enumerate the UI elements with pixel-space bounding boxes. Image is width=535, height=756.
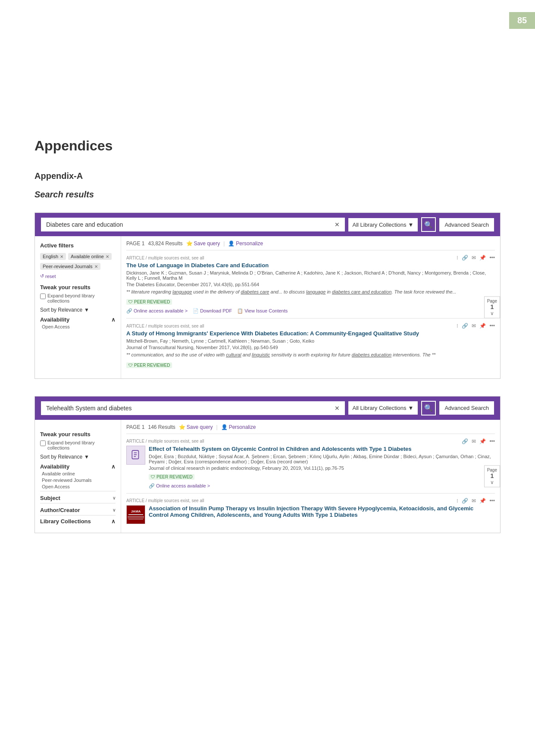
bookmark-icon-2-1[interactable]: 📌	[479, 438, 486, 444]
cite-icon-1-2[interactable]: ⁝	[457, 323, 458, 329]
bookmark-icon-1-2[interactable]: 📌	[479, 323, 486, 329]
results-count-2: 146 Results	[148, 424, 175, 430]
article-title-2-1[interactable]: Effect of Telehealth System on Glycemic …	[149, 446, 495, 452]
email-icon-2-2[interactable]: ✉	[472, 498, 476, 504]
shield-icon-1-2: 🛡	[128, 363, 133, 368]
save-query-btn-1[interactable]: ⭐ Save query	[186, 241, 220, 247]
article-meta-2-1: ARTICLE / multiple sources exist, see al…	[126, 438, 495, 444]
search-input-1[interactable]: Diabetes care and education ✕	[41, 218, 345, 231]
bookmark-icon-2-2[interactable]: 📌	[479, 498, 486, 504]
personalize-btn-1[interactable]: 👤 Personalize	[228, 241, 263, 247]
search-results-heading: Search results	[34, 190, 501, 200]
availability-label-1: Availability	[40, 316, 69, 323]
person-icon: 👤	[228, 241, 235, 247]
page-nav-down-2[interactable]: ∨	[487, 479, 497, 485]
sort-label-1: Sort by Relevance	[40, 307, 82, 313]
author-label-2: Author/Creator	[40, 507, 80, 513]
online-access-link-1-1[interactable]: 🔗 Online access available >	[126, 308, 188, 314]
link-icon-1-2[interactable]: 🔗	[462, 323, 468, 329]
advanced-search-1[interactable]: Advanced Search	[439, 218, 494, 231]
article-journal-1-1: The Diabetes Educator, December 2017, Vo…	[126, 282, 495, 287]
view-issue-link-1-1[interactable]: 📋 View Issue Contents	[237, 308, 288, 314]
cite-icon-2-2[interactable]: ⁝	[457, 498, 458, 504]
chevron-down-icon-2: ▼	[408, 405, 414, 411]
article-snippet-1-2: ** communication, and so the use of vide…	[126, 352, 495, 358]
peer-reviewed-label-1-1: PEER REVIEWED	[134, 300, 170, 304]
remove-filter-peer[interactable]: ✕	[94, 264, 98, 269]
clear-search-1[interactable]: ✕	[335, 221, 340, 228]
cite-icon-1-1[interactable]: ⁝	[457, 255, 458, 261]
avail-open-2[interactable]: Open Access	[40, 484, 116, 489]
page-nav-1-num[interactable]: 1	[487, 303, 497, 310]
personalize-label-2: Personalize	[229, 424, 256, 430]
avail-open-access-1[interactable]: Open Access	[40, 324, 116, 329]
author-section-2[interactable]: Author/Creator ∨	[40, 507, 116, 513]
jama-thumbnail-2-2: JAMA	[126, 505, 145, 524]
email-icon-2-1[interactable]: ✉	[472, 438, 476, 444]
expand-label-1: Expand beyond library collections	[47, 293, 116, 303]
expand-checkbox-1[interactable]: Expand beyond library collections	[40, 293, 116, 303]
email-icon-1-1[interactable]: ✉	[472, 255, 476, 261]
email-icon-1-2[interactable]: ✉	[472, 323, 476, 329]
article-type-2-2: ARTICLE / multiple sources exist, see al…	[126, 498, 204, 503]
article-title-1-1[interactable]: The Use of Language in Diabetes Care and…	[126, 262, 495, 269]
avail-online-2[interactable]: Available online	[40, 471, 116, 476]
link-icon-1-1[interactable]: 🔗	[462, 255, 468, 261]
filter-available-online[interactable]: Available online ✕	[68, 253, 112, 260]
page-label-1: PAGE 1	[126, 241, 144, 247]
collection-dropdown-2[interactable]: All Library Collections ▼	[348, 401, 418, 415]
page-nav-down-1[interactable]: ∨	[487, 310, 497, 316]
bookmark-icon-1-1[interactable]: 📌	[479, 255, 486, 261]
download-pdf-link-1-1[interactable]: 📄 Download PDF	[193, 308, 232, 314]
personalize-btn-2[interactable]: 👤 Personalize	[221, 424, 256, 430]
availability-chevron-icon-2: ∧	[111, 463, 116, 470]
save-query-btn-2[interactable]: ⭐ Save query	[179, 424, 213, 430]
advanced-search-2[interactable]: Advanced Search	[439, 401, 494, 415]
library-collections-section[interactable]: Library Collections ∧	[40, 518, 116, 525]
search-input-2[interactable]: Telehealth System and diabetes ✕	[41, 401, 345, 415]
article-content-2-1: Effect of Telehealth System on Glycemic …	[149, 446, 495, 489]
expand-checkbox-input-2[interactable]	[40, 440, 46, 446]
sort-row-2[interactable]: Sort by Relevance ▼	[40, 454, 116, 460]
save-icon: ⭐	[186, 241, 193, 247]
article-meta-1-2: ARTICLE / multiple sources exist, see al…	[126, 323, 495, 329]
availability-section-1[interactable]: Availability ∧	[40, 316, 116, 323]
collection-dropdown-1[interactable]: All Library Collections ▼	[348, 218, 418, 231]
page-nav-2-num[interactable]: 1	[487, 472, 497, 479]
article-item-2-1: ARTICLE / multiple sources exist, see al…	[126, 434, 495, 493]
link-icon-2-1[interactable]: 🔗	[462, 438, 468, 444]
subject-section-2[interactable]: Subject ∨	[40, 495, 116, 501]
right-panel-1: PAGE 1 43,824 Results ⭐ Save query | 👤 P…	[121, 236, 500, 378]
page-label-2: PAGE 1	[126, 424, 144, 430]
article-meta-1-1: ARTICLE / multiple sources exist, see al…	[126, 255, 495, 261]
article-item-1-2: ARTICLE / multiple sources exist, see al…	[126, 318, 495, 374]
filter-english-label: English	[43, 254, 58, 259]
search-button-1[interactable]: 🔍	[421, 217, 436, 232]
filter-english[interactable]: English ✕	[40, 253, 66, 260]
search-button-2[interactable]: 🔍	[421, 401, 436, 415]
remove-filter-available[interactable]: ✕	[106, 254, 109, 259]
avail-peer-2[interactable]: Peer-reviewed Journals	[40, 478, 116, 483]
clear-search-2[interactable]: ✕	[335, 405, 340, 412]
expand-checkbox-2[interactable]: Expand beyond library collections	[40, 440, 116, 450]
article-title-2-2[interactable]: Association of Insulin Pump Therapy vs I…	[149, 505, 495, 518]
filter-peer-reviewed[interactable]: Peer-reviewed Journals ✕	[40, 263, 100, 270]
article-title-1-2[interactable]: A Study of Hmong Immigrants' Experience …	[126, 330, 495, 337]
search-query-1: Diabetes care and education	[46, 221, 123, 228]
peer-reviewed-badge-1-2: 🛡 PEER REVIEWED	[126, 362, 172, 368]
availability-section-2[interactable]: Availability ∧	[40, 463, 116, 470]
search-query-2: Telehealth System and diabetes	[46, 405, 131, 412]
left-panel-2: Tweak your results Expand beyond library…	[35, 420, 121, 533]
sort-row-1[interactable]: Sort by Relevance ▼	[40, 307, 116, 313]
more-icon-2-2[interactable]: •••	[489, 498, 495, 504]
results-layout-2: Tweak your results Expand beyond library…	[35, 420, 500, 533]
remove-filter-english[interactable]: ✕	[60, 254, 63, 259]
more-icon-2-1[interactable]: •••	[489, 438, 495, 444]
more-icon-1-1[interactable]: •••	[489, 255, 495, 261]
expand-checkbox-input-1[interactable]	[40, 294, 46, 299]
more-icon-1-2[interactable]: •••	[489, 323, 495, 329]
link-icon-2-2[interactable]: 🔗	[462, 498, 468, 504]
person-icon-2: 👤	[221, 424, 228, 430]
reset-filters[interactable]: ↺ reset	[40, 273, 116, 279]
online-access-link-2-1[interactable]: 🔗 Online access available >	[149, 483, 210, 489]
